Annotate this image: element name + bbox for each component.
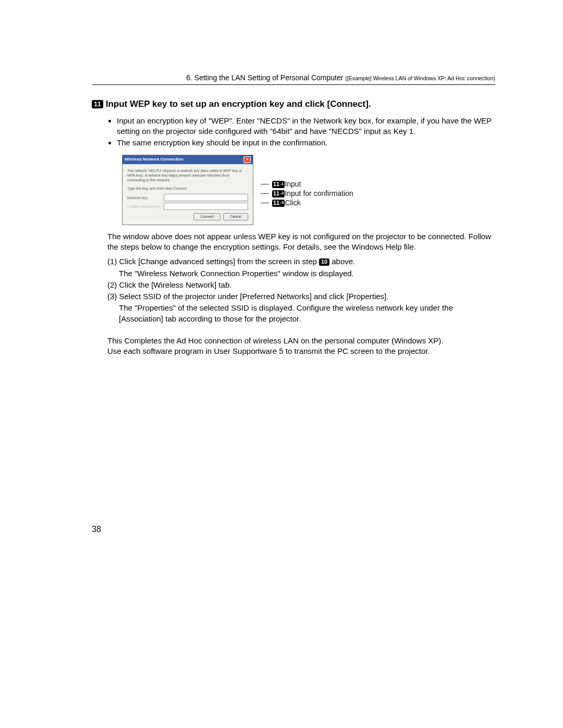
section-title: 11 Input WEP key to set up an encryption… <box>92 98 495 110</box>
dialog-titlebar: Wireless Network Connection × <box>123 155 253 164</box>
step-number-badge: 11 <box>92 100 103 108</box>
explanation-paragraph: The window above does not appear unless … <box>107 231 495 253</box>
substep-1: (1) Click [Change advanced settings] fro… <box>107 256 495 267</box>
header-main: 6. Setting the LAN Setting of Personal C… <box>186 73 345 82</box>
cancel-button[interactable]: Cancel <box>223 213 248 220</box>
dialog-description: The network 'NECPJ' requires a network k… <box>127 168 248 183</box>
wireless-dialog: Wireless Network Connection × The networ… <box>122 155 253 225</box>
document-page: 6. Setting the LAN Setting of Personal C… <box>0 0 563 728</box>
callout-click: 11-3 Click <box>261 199 353 208</box>
network-key-input[interactable] <box>164 194 248 201</box>
substep-1-detail: The "Wireless Network Connection Propert… <box>119 268 495 279</box>
bullet-item: The same encryption key should be input … <box>117 138 495 148</box>
dialog-prompt: Type the key, and then click Connect. <box>127 186 248 191</box>
bullet-item: Input an encryption key of "WEP". Enter … <box>117 116 495 137</box>
instruction-bullets: Input an encryption key of "WEP". Enter … <box>107 116 495 149</box>
substep-2: (2) Click the [Wireless Network] tab. <box>107 280 495 290</box>
closing-line-2: Use each software program in User Suppor… <box>107 346 495 356</box>
callout-confirm: 11-2 Input for confirmation <box>261 189 353 199</box>
close-icon[interactable]: × <box>243 156 251 163</box>
network-key-label: Network key: <box>127 195 164 200</box>
callout-labels: 11-1 Input 11-2 Input for confirmation 1… <box>261 155 353 208</box>
dialog-title-text: Wireless Network Connection <box>125 157 183 163</box>
page-number: 38 <box>92 524 101 535</box>
closing-paragraph: This Completes the Ad Hoc connection of … <box>107 336 495 357</box>
connect-button[interactable]: Connect <box>193 213 221 220</box>
step-10-badge: 10 <box>319 258 329 266</box>
section-title-text: Input WEP key to set up an encryption ke… <box>103 99 371 109</box>
substep-3: (3) Select SSID of the projector under [… <box>107 291 495 302</box>
header-sub: ([Example] Wireless LAN of Windows XP: A… <box>345 75 495 81</box>
confirm-key-input[interactable] <box>164 203 248 210</box>
page-header: 6. Setting the LAN Setting of Personal C… <box>92 73 495 85</box>
confirm-key-label: Confirm network key: <box>127 204 164 209</box>
dialog-figure: Wireless Network Connection × The networ… <box>122 155 495 225</box>
dialog-body: The network 'NECPJ' requires a network k… <box>123 164 253 225</box>
substep-3-detail: The "Properties" of the selected SSID is… <box>119 303 495 324</box>
closing-line-1: This Completes the Ad Hoc connection of … <box>107 336 495 346</box>
substeps: (1) Click [Change advanced settings] fro… <box>107 256 495 324</box>
callout-input: 11-1 Input <box>261 180 353 189</box>
